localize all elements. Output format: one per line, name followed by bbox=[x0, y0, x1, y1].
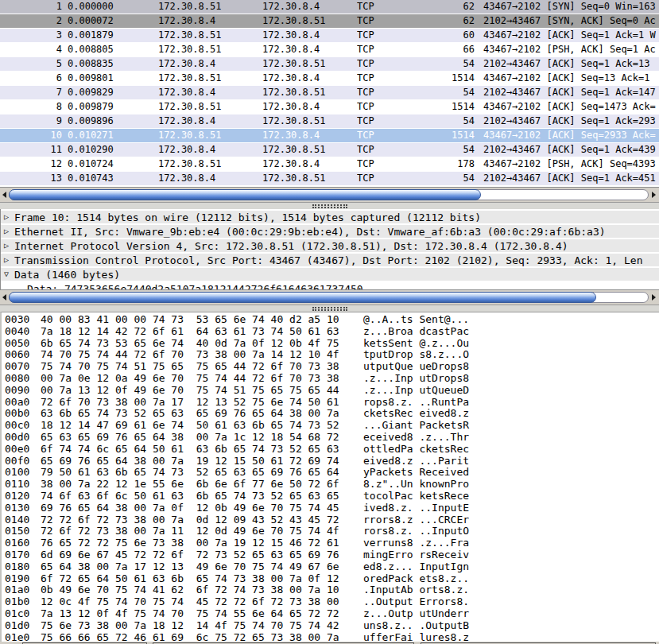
hex-scrollbar-thumb[interactable] bbox=[9, 292, 596, 303]
hex-offset: 00d0 bbox=[5, 432, 41, 444]
hex-offset: 0050 bbox=[5, 338, 41, 350]
packet-row-13[interactable]: 130.010743172.30.8.4172.30.8.51TCP542102… bbox=[0, 172, 659, 186]
hex-bytes: 75 6e 73 38 00 7a 18 12 14 4f 75 74 70 7… bbox=[41, 620, 363, 632]
pane-resize-grip[interactable] bbox=[312, 307, 347, 311]
hex-offset: 00c0 bbox=[5, 420, 41, 432]
scroll-left-button[interactable] bbox=[0, 188, 9, 202]
pane-splitter-1[interactable] bbox=[0, 203, 659, 209]
packet-row-3[interactable]: 30.001879172.30.8.51172.30.8.4TCP6043467… bbox=[0, 29, 659, 43]
cell-no: 13 bbox=[0, 172, 62, 185]
packet-row-8[interactable]: 80.009879172.30.8.51172.30.8.4TCP1514434… bbox=[0, 100, 659, 114]
hex-line-01a0[interactable]: 01a00b 49 6e 70 75 74 41 62 6f 72 74 73 … bbox=[2, 584, 659, 596]
hex-line-0060[interactable]: 006074 70 75 74 44 72 6f 70 73 38 00 7a … bbox=[2, 349, 659, 361]
packet-row-10[interactable]: 100.010271172.30.8.51172.30.8.4TCP151443… bbox=[0, 129, 659, 143]
hex-line-01c0[interactable]: 01c07a 13 12 0f 4f 75 74 70 75 74 55 6e … bbox=[2, 608, 659, 620]
cell-length: 54 bbox=[421, 143, 475, 157]
cell-source: 172.30.8.51 bbox=[158, 0, 262, 14]
scroll-left-icon bbox=[2, 192, 6, 198]
packet-row-7[interactable]: 70.009829172.30.8.4172.30.8.51TCP542102→… bbox=[0, 86, 659, 100]
hex-line-0080[interactable]: 008000 7a 0e 12 0a 49 6e 70 75 74 44 72 … bbox=[2, 373, 659, 385]
hex-line-01d0[interactable]: 01d075 6e 73 38 00 7a 18 12 14 4f 75 74 … bbox=[2, 620, 659, 632]
hex-offset: 0070 bbox=[5, 361, 41, 373]
scroll-right-button[interactable] bbox=[649, 290, 658, 305]
hex-line-01e0[interactable]: 01e075 66 66 65 72 46 61 69 6c 75 72 65 … bbox=[2, 632, 659, 642]
pane-resize-grip[interactable] bbox=[312, 204, 347, 208]
packet-row-4[interactable]: 40.008805172.30.8.51172.30.8.4TCP6643467… bbox=[0, 43, 659, 57]
cell-no: 1 bbox=[0, 0, 62, 14]
packet-row-9[interactable]: 90.009896172.30.8.4172.30.8.51TCP542102→… bbox=[0, 114, 659, 129]
hex-line-0040[interactable]: 00407a 18 12 14 42 72 6f 61 64 63 61 73 … bbox=[2, 326, 659, 338]
hex-offset: 0190 bbox=[5, 573, 41, 585]
hex-line-00f0[interactable]: 00f065 69 76 65 64 38 00 7a 19 12 15 50 … bbox=[2, 456, 659, 467]
hex-line-0110[interactable]: 011038 00 7a 22 12 1e 55 6e 6b 6e 6f 77 … bbox=[2, 479, 659, 491]
scroll-right-button[interactable] bbox=[649, 188, 658, 202]
hex-ascii: utputQue ueDrops8 bbox=[363, 361, 469, 372]
hex-line-0120[interactable]: 012074 6f 63 6f 6c 50 61 63 6b 65 74 73 … bbox=[2, 491, 659, 502]
scroll-left-button[interactable] bbox=[0, 290, 9, 305]
hex-line-0150[interactable]: 015072 6f 72 73 38 00 7a 11 12 0d 49 6e … bbox=[2, 526, 659, 537]
detail-row[interactable]: ▷Frame 10: 1514 bytes on wire (12112 bit… bbox=[1, 211, 659, 225]
hex-line-01b0[interactable]: 01b012 0c 4f 75 74 70 75 74 45 72 72 6f … bbox=[2, 596, 659, 608]
packet-row-2[interactable]: 20.000072172.30.8.4172.30.8.51TCP622102→… bbox=[0, 14, 659, 29]
packet-row-11[interactable]: 110.010290172.30.8.4172.30.8.51TCP542102… bbox=[0, 143, 659, 157]
detail-row[interactable]: ▷Internet Protocol Version 4, Src: 172.3… bbox=[1, 239, 659, 254]
hex-line-0170[interactable]: 01706d 69 6e 67 45 72 72 6f 72 73 52 65 … bbox=[2, 549, 659, 561]
hex-line-0070[interactable]: 007075 74 70 75 74 51 75 65 75 65 44 72 … bbox=[2, 361, 659, 373]
hex-ascii: verruns8 .z...Fra bbox=[363, 537, 469, 549]
hex-offset: 00a0 bbox=[5, 397, 41, 409]
cell-destination: 172.30.8.4 bbox=[262, 157, 357, 171]
hex-line-0100[interactable]: 010079 50 61 63 6b 65 74 73 52 65 63 65 … bbox=[2, 467, 659, 479]
packet-row-5[interactable]: 50.008835172.30.8.4172.30.8.51TCP542102→… bbox=[0, 57, 659, 72]
cell-no: 2 bbox=[0, 14, 62, 28]
hex-line-0090[interactable]: 009000 7a 13 12 0f 49 6e 70 75 74 51 75 … bbox=[2, 385, 659, 397]
hex-offset: 0160 bbox=[5, 537, 41, 549]
hex-ascii: tocolPac ketsRece bbox=[363, 491, 469, 502]
packet-row-6[interactable]: 60.009801172.30.8.51172.30.8.4TCP1514434… bbox=[0, 72, 659, 86]
hex-bytes: 40 00 83 41 00 00 74 73 53 65 6e 74 40 d… bbox=[41, 314, 363, 326]
hex-line-00e0[interactable]: 00e06f 74 74 6c 65 64 50 61 63 6b 65 74 … bbox=[2, 444, 659, 456]
cell-destination: 172.30.8.4 bbox=[262, 72, 357, 85]
hex-bytes: 7a 13 12 0f 4f 75 74 70 75 74 55 6e 64 6… bbox=[41, 608, 363, 620]
cell-protocol: TCP bbox=[357, 172, 421, 185]
hex-line-00a0[interactable]: 00a072 6f 70 73 38 00 7a 17 12 13 52 75 … bbox=[2, 397, 659, 409]
cell-protocol: TCP bbox=[357, 129, 421, 142]
pane-splitter-2[interactable] bbox=[0, 305, 659, 312]
hex-line-0180[interactable]: 018065 64 38 00 7a 17 12 13 49 6e 70 75 … bbox=[2, 561, 659, 573]
hex-line-0050[interactable]: 00506b 65 74 73 53 65 6e 74 40 0d 7a 0f … bbox=[2, 338, 659, 350]
collapse-icon[interactable]: ▽ bbox=[4, 268, 14, 281]
hex-bytes: 72 72 6f 72 73 38 00 7a 0d 12 09 43 52 4… bbox=[41, 514, 363, 526]
hex-line-0190[interactable]: 01906f 72 65 64 50 61 63 6b 65 74 73 38 … bbox=[2, 573, 659, 585]
hex-line-0160[interactable]: 016076 65 72 72 75 6e 73 38 00 7a 19 12 … bbox=[2, 537, 659, 549]
hex-line-0130[interactable]: 013069 76 65 64 38 00 7a 0f 12 0b 49 6e … bbox=[2, 502, 659, 514]
cell-no: 5 bbox=[0, 57, 62, 71]
hex-ascii: .z...Inp utQueueD bbox=[363, 385, 469, 396]
expand-icon[interactable]: ▷ bbox=[4, 254, 14, 266]
packet-row-12[interactable]: 120.010724172.30.8.51172.30.8.4TCP178434… bbox=[0, 157, 659, 172]
cell-no: 7 bbox=[0, 86, 62, 99]
hex-ascii: rops8.z. ..RuntPa bbox=[363, 397, 469, 408]
details-scrollbar-thumb[interactable] bbox=[9, 189, 481, 200]
packet-row-1[interactable]: 10.000000172.30.8.51172.30.8.4TCP6243467… bbox=[0, 0, 659, 14]
hex-scrollbar-track[interactable] bbox=[9, 292, 649, 303]
detail-row[interactable]: ▷Ethernet II, Src: Vmware_9b:eb:e4 (00:0… bbox=[1, 225, 659, 239]
hex-line-00d0[interactable]: 00d065 63 65 69 76 65 64 38 00 7a 1c 12 … bbox=[2, 432, 659, 444]
cell-time: 0.009801 bbox=[68, 72, 158, 85]
expand-icon[interactable]: ▷ bbox=[4, 225, 14, 238]
detail-row[interactable]: ▷Transmission Control Protocol, Src Port… bbox=[1, 254, 659, 268]
details-scrollbar-track[interactable] bbox=[9, 189, 649, 200]
detail-text: Ethernet II, Src: Vmware_9b:eb:e4 (00:0c… bbox=[14, 226, 606, 238]
detail-row[interactable]: ▽Data (1460 bytes) bbox=[1, 268, 659, 282]
expand-icon[interactable]: ▷ bbox=[4, 211, 14, 223]
details-h-scrollbar bbox=[0, 187, 659, 203]
hex-line-00c0[interactable]: 00c018 12 14 47 69 61 6e 74 50 61 63 6b … bbox=[2, 420, 659, 432]
hex-bytes: 18 12 14 47 69 61 6e 74 50 61 63 6b 65 7… bbox=[41, 420, 363, 432]
cell-length: 54 bbox=[421, 172, 475, 185]
hex-bytes: 12 0c 4f 75 74 70 75 74 45 72 72 6f 72 7… bbox=[41, 596, 363, 608]
expand-icon[interactable]: ▷ bbox=[4, 239, 14, 252]
detail-subrow[interactable]: Data: 747353656e7440d2a5107a18121442726f… bbox=[1, 282, 659, 289]
cell-no: 12 bbox=[0, 157, 62, 171]
hex-line-0140[interactable]: 014072 72 6f 72 73 38 00 7a 0d 12 09 43 … bbox=[2, 514, 659, 526]
cell-source: 172.30.8.51 bbox=[158, 100, 262, 114]
hex-line-0030[interactable]: 003040 00 83 41 00 00 74 73 53 65 6e 74 … bbox=[2, 314, 659, 326]
hex-line-00b0[interactable]: 00b063 6b 65 74 73 52 65 63 65 69 76 65 … bbox=[2, 408, 659, 420]
